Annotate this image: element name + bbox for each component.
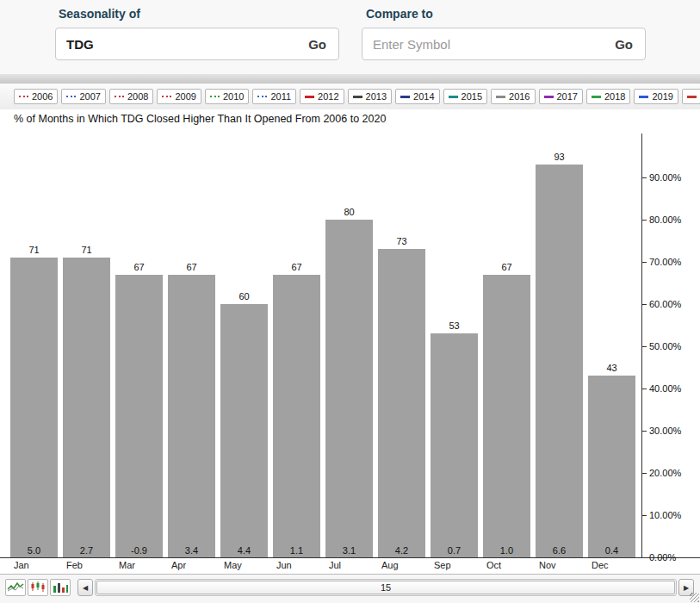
dotted-line-marker-icon bbox=[162, 96, 171, 97]
legend-year-label: 2018 bbox=[604, 91, 625, 102]
legend-year-label: 2009 bbox=[175, 91, 195, 102]
avg-change-label: -0.9 bbox=[115, 545, 163, 556]
bar-jul bbox=[325, 220, 373, 557]
symbol-input-group: Go bbox=[55, 28, 339, 60]
bar-apr bbox=[168, 275, 215, 557]
legend-year-2007[interactable]: 2007 bbox=[61, 89, 105, 104]
plot-area: 715.0712.767-0.9673.4604.4671.1803.1734.… bbox=[0, 129, 641, 557]
scroll-thumb-label: 15 bbox=[381, 582, 391, 593]
x-axis-line bbox=[0, 557, 700, 558]
compare-input-group: Go bbox=[362, 28, 646, 60]
y-axis-label: 10.00% bbox=[649, 510, 681, 520]
legend-year-label: 2011 bbox=[270, 91, 291, 102]
legend-year-2016[interactable]: 2016 bbox=[491, 89, 535, 104]
compare-symbol-input[interactable] bbox=[362, 37, 603, 52]
chart-title: % of Months in Which TDG Closed Higher T… bbox=[14, 113, 386, 125]
avg-change-label: 2.7 bbox=[63, 545, 110, 556]
y-axis-label: 40.00% bbox=[649, 383, 681, 394]
avg-change-label: 4.2 bbox=[378, 545, 425, 556]
y-axis-label: 90.00% bbox=[649, 172, 681, 183]
legend-year-2008[interactable]: 2008 bbox=[109, 89, 153, 104]
month-label-feb: Feb bbox=[66, 560, 83, 570]
bar-sep bbox=[431, 333, 478, 557]
bottom-toolbar: ◀ 15 ▶ bbox=[0, 575, 700, 603]
legend-year-2015[interactable]: 2015 bbox=[443, 89, 487, 104]
legend-year-label: 2019 bbox=[652, 91, 672, 102]
legend-bar: 2006200720082009201020112012201320142015… bbox=[0, 84, 700, 109]
scroll-thumb[interactable]: 15 bbox=[96, 581, 675, 594]
y-axis-label: 60.00% bbox=[649, 299, 681, 309]
y-axis-label: 0.00% bbox=[649, 552, 676, 563]
solid-line-marker-icon bbox=[639, 96, 648, 98]
bar-value-label: 67 bbox=[168, 262, 215, 272]
y-axis-tick bbox=[641, 389, 647, 389]
legend-year-2020[interactable]: 2020 bbox=[682, 89, 700, 104]
bar-value-label: 53 bbox=[431, 320, 478, 331]
bar-dec bbox=[588, 376, 635, 557]
bar-feb bbox=[63, 258, 110, 557]
bar-aug bbox=[378, 249, 425, 557]
page: Seasonality of Go Compare to Go 20062007… bbox=[0, 0, 700, 603]
avg-change-label: 3.1 bbox=[325, 545, 373, 556]
month-label-jun: Jun bbox=[276, 560, 292, 570]
line-chart-icon bbox=[7, 581, 24, 595]
month-label-jan: Jan bbox=[14, 560, 29, 570]
compare-go-button[interactable]: Go bbox=[603, 37, 645, 52]
seasonality-of-label: Seasonality of bbox=[59, 7, 140, 21]
scroll-left-button[interactable]: ◀ bbox=[77, 579, 93, 596]
symbol-go-button[interactable]: Go bbox=[296, 37, 338, 52]
legend-year-label: 2013 bbox=[366, 91, 387, 102]
avg-change-label: 0.7 bbox=[431, 545, 478, 556]
resize-grip-icon[interactable] bbox=[690, 593, 699, 602]
bar-chart-icon bbox=[52, 581, 69, 595]
legend-year-2006[interactable]: 2006 bbox=[14, 89, 58, 104]
bar-oct bbox=[483, 275, 530, 557]
right-arrow-icon: ▶ bbox=[684, 584, 689, 592]
chart-style-line-button[interactable] bbox=[5, 579, 26, 596]
legend-year-label: 2006 bbox=[32, 91, 53, 102]
y-axis-label: 50.00% bbox=[649, 341, 681, 351]
dotted-line-marker-icon bbox=[115, 96, 124, 97]
chart-style-candlestick-button[interactable] bbox=[28, 579, 48, 596]
y-axis-label: 70.00% bbox=[649, 257, 681, 267]
y-axis-label: 20.00% bbox=[649, 468, 681, 478]
chart-style-bar-button[interactable] bbox=[50, 579, 71, 596]
avg-change-label: 6.6 bbox=[536, 545, 583, 556]
symbol-input[interactable] bbox=[56, 37, 296, 52]
y-axis-tick bbox=[641, 220, 647, 221]
solid-line-marker-icon bbox=[687, 96, 697, 98]
legend-year-2011[interactable]: 2011 bbox=[252, 89, 296, 104]
legend-year-2014[interactable]: 2014 bbox=[395, 89, 439, 104]
legend-year-2009[interactable]: 2009 bbox=[157, 89, 201, 104]
dotted-line-marker-icon bbox=[66, 96, 76, 97]
legend-year-2019[interactable]: 2019 bbox=[634, 89, 678, 104]
scroll-track[interactable]: 15 bbox=[95, 579, 677, 596]
header: Seasonality of Go Compare to Go bbox=[0, 0, 700, 74]
y-axis-tick bbox=[641, 177, 647, 178]
legend-year-2013[interactable]: 2013 bbox=[348, 89, 392, 104]
y-axis-tick bbox=[641, 304, 647, 305]
y-axis-label: 30.00% bbox=[649, 426, 681, 436]
bar-may bbox=[220, 304, 268, 557]
legend-year-2017[interactable]: 2017 bbox=[539, 89, 583, 104]
dotted-line-marker-icon bbox=[19, 96, 28, 97]
dotted-line-marker-icon bbox=[257, 96, 267, 97]
legend-year-label: 2015 bbox=[462, 91, 482, 102]
candlestick-chart-icon bbox=[29, 581, 46, 595]
solid-line-marker-icon bbox=[449, 96, 458, 98]
solid-line-marker-icon bbox=[592, 96, 601, 98]
legend-year-2018[interactable]: 2018 bbox=[586, 89, 630, 104]
legend-year-2010[interactable]: 2010 bbox=[205, 89, 249, 104]
legend-year-2012[interactable]: 2012 bbox=[300, 89, 344, 104]
month-label-dec: Dec bbox=[592, 560, 609, 570]
bar-value-label: 71 bbox=[63, 245, 110, 255]
legend-year-label: 2014 bbox=[413, 91, 434, 102]
avg-change-label: 4.4 bbox=[220, 545, 268, 556]
bar-value-label: 93 bbox=[536, 152, 583, 162]
solid-line-marker-icon bbox=[353, 96, 362, 98]
month-label-sep: Sep bbox=[434, 560, 451, 570]
legend-year-label: 2016 bbox=[509, 91, 530, 102]
bar-value-label: 67 bbox=[273, 262, 320, 272]
y-axis-label: 80.00% bbox=[649, 214, 681, 225]
month-label-mar: Mar bbox=[119, 560, 135, 570]
